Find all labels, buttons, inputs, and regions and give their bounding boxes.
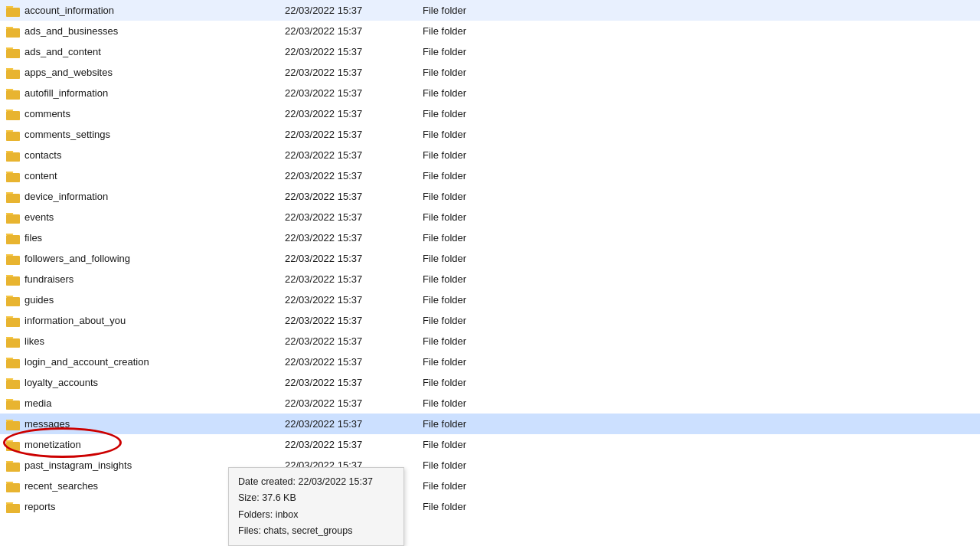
file-name: loyalty_accounts bbox=[24, 377, 285, 388]
list-item[interactable]: fundraisers22/03/2022 15:37File folder bbox=[0, 269, 980, 289]
list-item[interactable]: account_information22/03/2022 15:37File … bbox=[0, 0, 980, 21]
list-item[interactable]: contacts22/03/2022 15:37File folder bbox=[0, 145, 980, 165]
svg-rect-19 bbox=[6, 132, 20, 141]
file-date: 22/03/2022 15:37 bbox=[285, 356, 423, 368]
file-name: device_information bbox=[24, 191, 285, 202]
folder-icon bbox=[6, 335, 20, 348]
folder-icon bbox=[6, 67, 20, 79]
list-item[interactable]: followers_and_following22/03/2022 15:37F… bbox=[0, 248, 980, 269]
file-name: likes bbox=[24, 335, 285, 347]
file-type: File folder bbox=[423, 377, 974, 388]
file-type: File folder bbox=[423, 335, 974, 347]
svg-rect-41 bbox=[6, 275, 13, 276]
svg-rect-52 bbox=[6, 359, 20, 368]
file-date: 22/03/2022 15:37 bbox=[285, 232, 423, 244]
file-type: File folder bbox=[423, 46, 974, 57]
file-type: File folder bbox=[423, 25, 974, 37]
file-date: 22/03/2022 15:37 bbox=[285, 46, 423, 57]
list-item[interactable]: reports22/03/2022 15:37File folder bbox=[0, 496, 980, 517]
svg-rect-26 bbox=[6, 172, 13, 173]
tooltip-date-value: 22/03/2022 15:37 bbox=[299, 476, 373, 487]
file-name: monetization bbox=[24, 439, 285, 450]
file-explorer-container[interactable]: account_information22/03/2022 15:37File … bbox=[0, 0, 980, 546]
svg-rect-20 bbox=[6, 130, 13, 132]
list-item[interactable]: autofill_information22/03/2022 15:37File… bbox=[0, 83, 980, 103]
file-name: followers_and_following bbox=[24, 253, 285, 264]
svg-rect-8 bbox=[6, 47, 13, 49]
list-item[interactable]: guides22/03/2022 15:37File folder bbox=[0, 289, 980, 310]
folder-icon bbox=[6, 377, 20, 389]
list-item[interactable]: likes22/03/2022 15:37File folder bbox=[0, 331, 980, 351]
list-item[interactable]: ads_and_businesses22/03/2022 15:37File f… bbox=[0, 21, 980, 41]
svg-rect-65 bbox=[6, 440, 13, 442]
svg-rect-55 bbox=[6, 380, 20, 389]
tooltip-folders-label: Folders: bbox=[238, 509, 273, 520]
svg-rect-67 bbox=[6, 463, 20, 472]
folder-icon bbox=[6, 459, 20, 472]
svg-rect-2 bbox=[6, 6, 13, 8]
folder-icon bbox=[6, 294, 20, 306]
folder-icon bbox=[6, 439, 20, 451]
file-name: ads_and_businesses bbox=[24, 25, 285, 37]
list-item[interactable]: apps_and_websites22/03/2022 15:37File fo… bbox=[0, 62, 980, 83]
list-item[interactable]: content22/03/2022 15:37File folder bbox=[0, 165, 980, 186]
folder-icon bbox=[6, 356, 20, 368]
svg-rect-59 bbox=[6, 399, 13, 401]
list-item[interactable]: information_about_you22/03/2022 15:37Fil… bbox=[0, 310, 980, 331]
file-type: File folder bbox=[423, 67, 974, 78]
svg-rect-46 bbox=[6, 318, 20, 327]
file-type: File folder bbox=[423, 356, 974, 368]
file-type: File folder bbox=[423, 253, 974, 264]
folder-icon bbox=[6, 501, 20, 513]
file-name: information_about_you bbox=[24, 315, 285, 326]
list-item[interactable]: recent_searches22/03/2022 15:37File fold… bbox=[0, 476, 980, 496]
list-item[interactable]: comments22/03/2022 15:37File folder bbox=[0, 103, 980, 124]
svg-rect-14 bbox=[6, 89, 13, 90]
file-type: File folder bbox=[423, 108, 974, 119]
folder-icon bbox=[6, 108, 20, 120]
list-item[interactable]: monetization22/03/2022 15:37File folder bbox=[0, 434, 980, 455]
file-name: files bbox=[24, 232, 285, 244]
file-name: guides bbox=[24, 294, 285, 306]
list-item[interactable]: device_information22/03/2022 15:37File f… bbox=[0, 186, 980, 207]
file-type: File folder bbox=[423, 87, 974, 99]
list-item[interactable]: ads_and_content22/03/2022 15:37File fold… bbox=[0, 41, 980, 62]
svg-rect-37 bbox=[6, 256, 20, 265]
list-item[interactable]: media22/03/2022 15:37File folder bbox=[0, 393, 980, 414]
file-type: File folder bbox=[423, 439, 974, 450]
svg-rect-70 bbox=[6, 483, 20, 492]
folder-icon bbox=[6, 87, 20, 100]
file-type: File folder bbox=[423, 501, 974, 512]
list-item[interactable]: files22/03/2022 15:37File folder bbox=[0, 227, 980, 248]
file-date: 22/03/2022 15:37 bbox=[285, 418, 423, 430]
file-date: 22/03/2022 15:37 bbox=[285, 108, 423, 119]
svg-rect-35 bbox=[6, 234, 13, 235]
svg-rect-40 bbox=[6, 276, 20, 286]
file-type: File folder bbox=[423, 232, 974, 244]
svg-rect-28 bbox=[6, 194, 20, 203]
file-date: 22/03/2022 15:37 bbox=[285, 273, 423, 285]
list-item[interactable]: login_and_account_creation22/03/2022 15:… bbox=[0, 351, 980, 372]
file-date: 22/03/2022 15:37 bbox=[285, 129, 423, 140]
file-name: messages bbox=[24, 418, 285, 430]
svg-rect-68 bbox=[6, 461, 13, 463]
svg-rect-49 bbox=[6, 338, 20, 348]
svg-rect-13 bbox=[6, 90, 20, 100]
tooltip-folders-value: inbox bbox=[276, 509, 299, 520]
list-item[interactable]: messages22/03/2022 15:37File folder bbox=[0, 414, 980, 434]
svg-rect-10 bbox=[6, 70, 20, 79]
list-item[interactable]: past_instagram_insights22/03/2022 15:37F… bbox=[0, 455, 980, 476]
list-item[interactable]: loyalty_accounts22/03/2022 15:37File fol… bbox=[0, 372, 980, 393]
svg-rect-29 bbox=[6, 192, 13, 194]
svg-rect-74 bbox=[6, 502, 13, 504]
list-item[interactable]: events22/03/2022 15:37File folder bbox=[0, 207, 980, 227]
svg-rect-56 bbox=[6, 378, 13, 380]
svg-rect-25 bbox=[6, 173, 20, 182]
file-date: 22/03/2022 15:37 bbox=[285, 439, 423, 450]
list-item[interactable]: comments_settings22/03/2022 15:37File fo… bbox=[0, 124, 980, 145]
file-name: comments bbox=[24, 108, 285, 119]
svg-rect-31 bbox=[6, 214, 20, 224]
file-name: apps_and_websites bbox=[24, 67, 285, 78]
file-date: 22/03/2022 15:37 bbox=[285, 397, 423, 409]
svg-rect-62 bbox=[6, 420, 13, 421]
